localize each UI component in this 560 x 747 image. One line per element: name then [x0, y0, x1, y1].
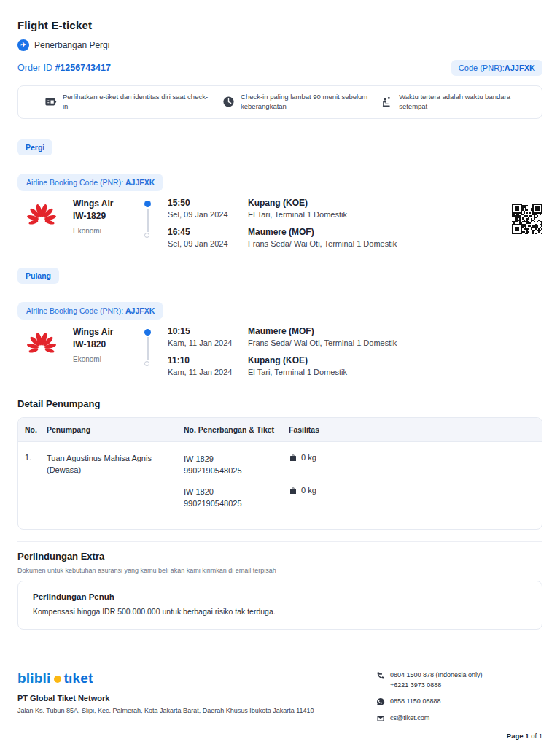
- contact-email: cs@tiket.com: [376, 713, 542, 724]
- qr-code: [512, 204, 542, 234]
- contact-line: 0858 1150 08888: [390, 697, 440, 707]
- notice-item: Waktu tertera adalah waktu bandara setem…: [381, 93, 532, 112]
- ticket-number: 9902190548025: [184, 498, 289, 510]
- contact-line: 0804 1500 878 (Indonesia only): [390, 670, 483, 681]
- trip-type-row: ✈ Penerbangan Pergi: [18, 39, 542, 51]
- order-id: Order ID #1256743417: [18, 63, 111, 73]
- ticket-group: IW 1829 9902190548025: [184, 453, 289, 477]
- baggage-icon: [289, 487, 298, 495]
- eticket-page: Flight E-ticket ✈ Penerbangan Pergi Orde…: [0, 0, 560, 747]
- cabin-class: Ekonomi: [73, 227, 140, 235]
- departure-leg: 10:15 Kam, 11 Jan 2024 Maumere (MOF) Fra…: [168, 326, 542, 347]
- baggage-value: 0 kg: [301, 453, 316, 462]
- departure-plane-icon: ✈: [18, 39, 29, 51]
- table-row: 1. Tuan Agustinus Mahisa Agnis (Dewasa) …: [18, 442, 542, 529]
- table-header-row: No. Penumpang No. Penerbangan & Tiket Fa…: [18, 418, 542, 442]
- blibli-wordmark: blibli: [18, 670, 51, 686]
- departure-time: 10:15: [168, 326, 248, 336]
- arrival-airport: Frans Seda/ Wai Oti, Terminal 1 Domestik: [248, 239, 542, 248]
- arrival-city: Maumere (MOF): [248, 227, 542, 237]
- departure-airport: Frans Seda/ Wai Oti, Terminal 1 Domestik: [248, 338, 542, 347]
- brand-dot-icon: [54, 676, 61, 683]
- departure-dot: [144, 201, 151, 207]
- contact-line: +6221 3973 0888: [390, 681, 483, 691]
- ticket-number: 9902190548025: [184, 465, 289, 477]
- direction-badge: Pergi: [18, 139, 52, 155]
- departure-date: Kam, 11 Jan 2024: [168, 338, 248, 347]
- protection-card: Perlindungan Penuh Kompensasi hingga IDR…: [18, 581, 542, 630]
- flight-number: IW-1829: [73, 211, 140, 221]
- departure-airport: El Tari, Terminal 1 Domestik: [248, 210, 542, 219]
- notice-item: Perlihatkan e-tiket dan identitas diri s…: [28, 93, 222, 112]
- company-address: Jalan Ks. Tubun 85A, Slipi, Kec. Palmera…: [18, 707, 314, 714]
- baggage-facility: 0 kg: [289, 453, 542, 486]
- departure-city: Maumere (MOF): [248, 326, 542, 336]
- page-number: Page 1 of 1: [376, 732, 542, 740]
- order-row: Order ID #1256743417 Code (PNR):AJJFXK: [18, 60, 542, 76]
- departure-dot: [144, 329, 151, 336]
- section-divider: [18, 541, 542, 542]
- passenger-no: 1.: [25, 453, 47, 519]
- pnr-pill-label: Code (PNR):: [459, 63, 505, 72]
- arrival-ring: [144, 233, 149, 238]
- booking-code-value: AJJFXK: [125, 306, 155, 315]
- passenger-section-title: Detail Penumpang: [18, 398, 542, 409]
- passenger-name: Tuan Agustinus Mahisa Agnis: [47, 453, 184, 465]
- col-tiket: No. Penerbangan & Tiket: [184, 425, 289, 434]
- arrival-time: 16:45: [168, 227, 248, 237]
- arrival-leg: 11:10 Kam, 11 Jan 2024 Kupang (KOE) El T…: [168, 355, 542, 376]
- departure-date: Sel, 09 Jan 2024: [168, 210, 248, 219]
- whatsapp-icon: [376, 697, 385, 706]
- direction-badge: Pulang: [18, 268, 59, 284]
- contact-phone: 0804 1500 878 (Indonesia only) +6221 397…: [376, 670, 542, 690]
- arrival-airport: El Tari, Terminal 1 Domestik: [248, 368, 542, 376]
- ticket-group: IW 1820 9902190548025: [184, 486, 289, 510]
- flight-card-pergi: Wings Air IW-1829 Ekonomi 15:50 Sel, 09 …: [18, 198, 542, 248]
- baggage-facility: 0 kg: [289, 486, 542, 519]
- phone-icon: [376, 671, 385, 680]
- ticket-flight: IW 1820: [184, 486, 289, 498]
- trip-type-label: Penerbangan Pergi: [34, 40, 109, 50]
- flight-card-pulang: Wings Air IW-1820 Ekonomi 10:15 Kam, 11 …: [18, 326, 542, 376]
- notice-text: Check-in paling lambat 90 menit sebelum …: [241, 93, 381, 112]
- arrival-date: Kam, 11 Jan 2024: [168, 368, 248, 376]
- route-timeline: [140, 326, 168, 376]
- baggage-value: 0 kg: [301, 486, 316, 495]
- ticket-flight: IW 1829: [184, 453, 289, 465]
- passenger-type: (Dewasa): [47, 465, 184, 476]
- protection-card-desc: Kompensasi hingga IDR 500.000.000 untuk …: [33, 607, 527, 616]
- airline-name: Wings Air: [73, 198, 140, 209]
- notice-bar: Perlihatkan e-tiket dan identitas diri s…: [18, 85, 542, 119]
- order-id-value: #1256743417: [55, 63, 110, 73]
- wings-air-logo: [25, 199, 58, 231]
- page-title: Flight E-ticket: [18, 19, 542, 31]
- col-fasilitas: Fasilitas: [289, 425, 542, 434]
- airline-name: Wings Air: [73, 327, 140, 337]
- notice-text: Perlihatkan e-tiket dan identitas diri s…: [63, 93, 212, 112]
- notice-text: Waktu tertera adalah waktu bandara setem…: [399, 93, 532, 112]
- arrival-leg: 16:45 Sel, 09 Jan 2024 Maumere (MOF) Fra…: [168, 227, 542, 248]
- notice-item: Check-in paling lambat 90 menit sebelum …: [222, 93, 381, 112]
- booking-code-label: Airline Booking Code (PNR):: [26, 178, 123, 187]
- contact-whatsapp: 0858 1150 08888: [376, 697, 542, 707]
- protection-card-title: Perlindungan Penuh: [33, 592, 527, 601]
- clock-icon: [222, 96, 235, 108]
- departure-leg: 15:50 Sel, 09 Jan 2024 Kupang (KOE) El T…: [168, 198, 542, 219]
- booking-code-value: AJJFXK: [125, 178, 155, 187]
- footer: bliblitıket PT Global Tiket Network Jala…: [18, 670, 542, 740]
- wings-air-logo: [25, 328, 58, 360]
- email-icon: [376, 714, 385, 723]
- col-no: No.: [25, 425, 47, 434]
- segment-pergi: Pergi: [18, 139, 542, 155]
- timeline-line: [147, 209, 149, 232]
- segment-pulang: Pulang: [18, 268, 542, 284]
- company-name: PT Global Tiket Network: [18, 694, 314, 703]
- booking-code-label: Airline Booking Code (PNR):: [26, 306, 123, 315]
- booking-code-pill: Airline Booking Code (PNR): AJJFXK: [18, 302, 542, 320]
- arrival-city: Kupang (KOE): [248, 355, 542, 365]
- pnr-pill-value: AJJFXK: [505, 63, 535, 72]
- arrival-date: Sel, 09 Jan 2024: [168, 239, 248, 248]
- airport-time-icon: [381, 96, 393, 108]
- col-penumpang: Penumpang: [47, 425, 184, 434]
- flight-number: IW-1820: [73, 339, 140, 349]
